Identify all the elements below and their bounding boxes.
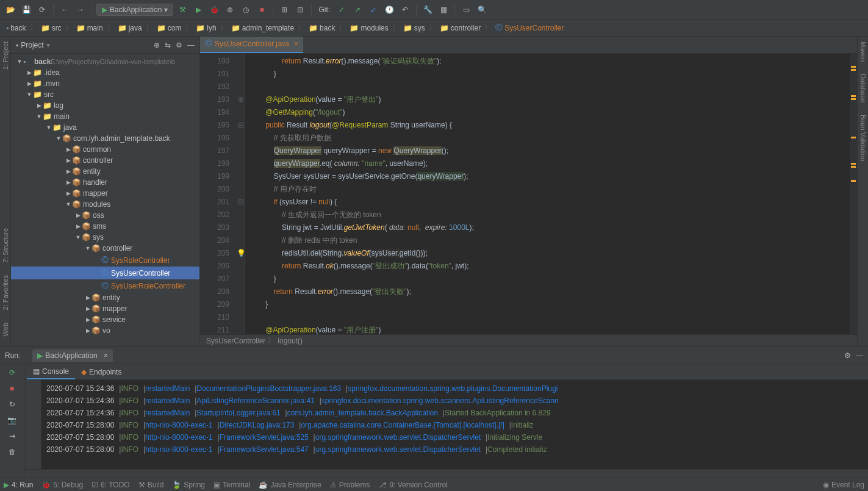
run-toolbar: ⟳ ■ ↻ 📷 ⇥ 🗑 <box>0 364 24 478</box>
git-push-icon[interactable]: ↗ <box>351 3 364 16</box>
refresh-icon[interactable]: ⟳ <box>35 3 49 16</box>
git-update-icon[interactable]: ↙ <box>367 3 380 16</box>
horizontal-scrollbar[interactable] <box>24 469 868 478</box>
error-stripe[interactable] <box>850 54 857 334</box>
code-editor[interactable]: 1901911921931941951961971981992002012022… <box>200 54 857 334</box>
left-tool-strip: 1: Project 7: Structure 2: Favorites Web <box>0 37 11 346</box>
editor-breadcrumb: SysUserController 〉 logout() <box>200 334 857 346</box>
project-panel: ▪Project▾ ⊕ ⇆ ⚙ — ▼▪back E:\myProject\my… <box>11 37 200 346</box>
status-event-log[interactable]: ◉Event Log <box>823 481 864 489</box>
coverage-icon[interactable]: ⊕ <box>223 3 237 16</box>
stop-icon[interactable]: ■ <box>6 382 18 395</box>
project-tree[interactable]: ▼▪back E:\myProject\myGit\admin-vue-temp… <box>11 54 199 346</box>
git-commit-icon[interactable]: ✓ <box>335 3 348 16</box>
git-revert-icon[interactable]: ↶ <box>398 3 412 16</box>
debug-icon[interactable]: 🐞 <box>207 3 221 16</box>
line-gutter: 1901911921931941951961971981992002012022… <box>200 54 237 334</box>
rerun-icon[interactable]: ⟳ <box>6 367 18 379</box>
status-todo[interactable]: ☑6: TODO <box>91 481 130 489</box>
console-output[interactable]: 2020-07-07 15:24:36 |INFO |restartedMain… <box>41 380 868 469</box>
editor-area: Ⓒ SysUserController.java × 1901911921931… <box>200 37 857 346</box>
console-tab[interactable]: ▤Console <box>27 365 75 379</box>
bc-item[interactable]: 📁lyh <box>193 23 218 34</box>
close-icon[interactable]: 🗑 <box>6 446 18 458</box>
right-tool-strip: Maven Database Bean Validation <box>857 37 868 346</box>
tab-web[interactable]: Web <box>2 323 9 336</box>
profile-icon[interactable]: ◷ <box>239 3 253 16</box>
presentation-icon[interactable]: ▭ <box>459 3 473 16</box>
navigation-breadcrumb: ▪back〉 📁src〉 📁main〉 📁java〉 📁com〉 📁lyh〉 📁… <box>0 20 868 37</box>
camera-icon[interactable]: 📷 <box>6 414 18 426</box>
fold-column[interactable]: ⊕⊟⊟💡 <box>237 54 245 334</box>
editor-tab-active[interactable]: Ⓒ SysUserController.java × <box>200 37 303 53</box>
run-icon[interactable]: ▶ <box>192 3 205 16</box>
open-file-icon[interactable]: 📂 <box>4 3 17 16</box>
goto-icon[interactable]: ⇥ <box>6 430 18 442</box>
status-vcs[interactable]: ⎇9: Version Control <box>378 481 447 489</box>
tab-project[interactable]: 1: Project <box>2 41 9 70</box>
tab-database[interactable]: Database <box>859 74 867 102</box>
collapse-icon[interactable]: ⇆ <box>165 41 171 49</box>
status-debug[interactable]: 🐞5: Debug <box>41 481 83 489</box>
editor-tabs: Ⓒ SysUserController.java × <box>200 37 857 54</box>
tab-bean[interactable]: Bean Validation <box>859 115 867 161</box>
run-panel-title: Run: <box>5 351 20 360</box>
stop-icon[interactable]: ■ <box>255 3 268 16</box>
bc-item[interactable]: 📁controller <box>437 23 483 34</box>
status-run[interactable]: ▶4: Run <box>4 481 33 489</box>
close-icon[interactable]: × <box>294 40 298 48</box>
run-tab[interactable]: ▶ BackApplication × <box>32 349 112 362</box>
status-build[interactable]: ⚒Build <box>138 481 164 489</box>
bc-item[interactable]: 📁com <box>154 23 184 34</box>
build-icon[interactable]: ⚒ <box>176 3 189 16</box>
bc-item[interactable]: 📁modules <box>347 23 390 34</box>
bc-item[interactable]: 📁admin_template <box>229 23 296 34</box>
bc-current[interactable]: ⒸSysUserController <box>493 21 566 34</box>
layout2-icon[interactable]: ⊟ <box>293 3 307 16</box>
git-label: Git: <box>318 5 330 14</box>
restart-icon[interactable]: ↻ <box>6 398 18 410</box>
bc-item[interactable]: 📁src <box>38 23 64 34</box>
status-spring[interactable]: 🍃Spring <box>172 481 205 489</box>
bc-item[interactable]: 📁sys <box>401 23 428 34</box>
console-gutter <box>24 380 41 469</box>
run-panel: Run: ▶ BackApplication × ⚙ — ⟳ ■ ↻ 📷 ⇥ 🗑… <box>0 346 868 478</box>
git-history-icon[interactable]: 🕐 <box>382 3 396 16</box>
hide-icon[interactable]: — <box>856 351 863 360</box>
save-icon[interactable]: 💾 <box>20 3 33 16</box>
status-java-enterprise[interactable]: ☕Java Enterprise <box>259 481 321 489</box>
bc-item[interactable]: 📁back <box>306 23 337 34</box>
status-terminal[interactable]: ▣Terminal <box>213 481 250 489</box>
endpoints-tab[interactable]: ◆Endpoints <box>75 365 127 379</box>
bc-root[interactable]: ▪back <box>4 23 29 34</box>
tab-favorites[interactable]: 2: Favorites <box>2 275 9 310</box>
locate-icon[interactable]: ⊕ <box>154 41 160 49</box>
layout-icon[interactable]: ⊞ <box>278 3 291 16</box>
settings-icon[interactable]: 🔧 <box>421 3 434 16</box>
forward-icon[interactable]: → <box>74 3 87 16</box>
project-panel-title[interactable]: ▪Project▾ <box>16 41 154 49</box>
run-config-selector[interactable]: ▶ BackApplication ▾ <box>96 4 173 16</box>
run-config-label: BackApplication <box>110 5 162 14</box>
tree-selected: ⒸSysUserController <box>11 267 199 279</box>
status-problems[interactable]: ⚠Problems <box>330 481 370 489</box>
statusbar: ▶4: Run 🐞5: Debug ☑6: TODO ⚒Build 🍃Sprin… <box>0 478 868 491</box>
main-toolbar: 📂 💾 ⟳ ← → ▶ BackApplication ▾ ⚒ ▶ 🐞 ⊕ ◷ … <box>0 0 868 20</box>
plugins-icon[interactable]: ▦ <box>437 3 450 16</box>
gear-icon[interactable]: ⚙ <box>844 351 851 360</box>
tab-structure[interactable]: 7: Structure <box>2 228 9 263</box>
hide-icon[interactable]: — <box>187 41 195 49</box>
search-icon[interactable]: 🔍 <box>475 3 489 16</box>
tab-maven[interactable]: Maven <box>859 41 867 62</box>
bc-item[interactable]: 📁java <box>115 23 145 34</box>
tab-filename: SysUserController.java <box>215 40 289 48</box>
gear-icon[interactable]: ⚙ <box>176 41 182 49</box>
close-icon[interactable]: × <box>104 351 108 360</box>
code-content[interactable]: return Result.error().message("验证码获取失败")… <box>245 54 850 334</box>
bc-item[interactable]: 📁main <box>74 23 106 34</box>
back-icon[interactable]: ← <box>58 3 71 16</box>
